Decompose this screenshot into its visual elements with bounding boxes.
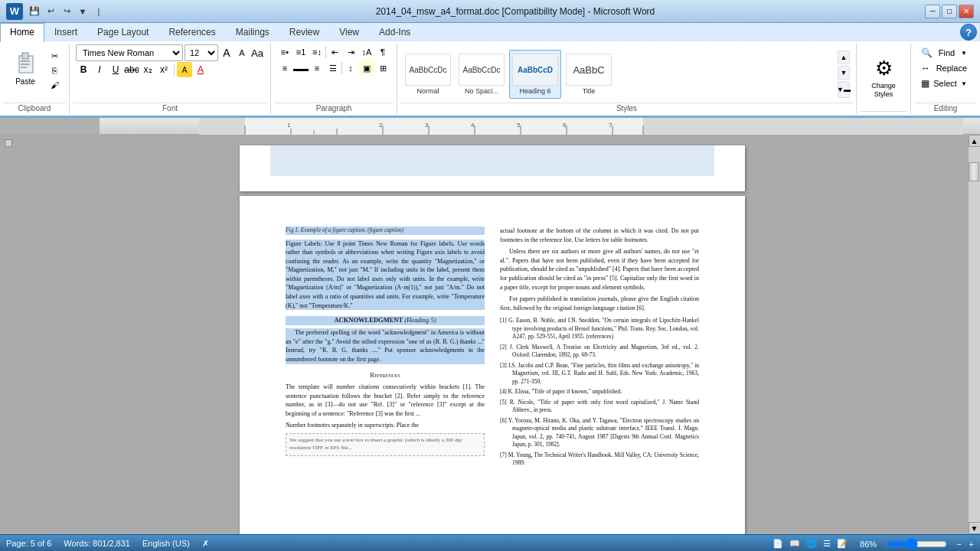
vertical-scrollbar[interactable]: ▲ ▼ [968, 135, 980, 534]
zoom-level: 86% [860, 540, 877, 549]
bullets-button[interactable]: ≡• [277, 44, 292, 60]
style-normal[interactable]: AaBbCcDc Normal [402, 50, 454, 99]
minimize-button[interactable]: ─ [925, 5, 940, 18]
undo-quick-btn[interactable]: ↩ [44, 5, 57, 18]
styles-scroll-arrows: ▲ ▼ ▼▬ [836, 51, 851, 98]
tab-page-layout[interactable]: Page Layout [87, 23, 158, 41]
tab-home[interactable]: Home [0, 23, 44, 42]
sort-button[interactable]: ↕A [359, 44, 374, 60]
right-refs: [1] G. Eason, B. Noble, and I.N. Sneddon… [500, 317, 699, 468]
ack-body-text: The preferred spelling of the word "ackn… [286, 328, 485, 364]
paste-button[interactable]: Paste [6, 46, 44, 89]
underline-button[interactable]: U [108, 62, 123, 77]
view-draft-btn[interactable]: 📝 [837, 539, 848, 549]
separator [325, 46, 326, 58]
zoom-in-icon[interactable]: + [969, 540, 974, 549]
separator [341, 62, 342, 74]
fig-body-text: Figure Labels: Use 8 point Times New Rom… [286, 240, 485, 311]
font-name-select[interactable]: Times New Roman [76, 44, 183, 61]
find-button[interactable]: 🔍 Find ▼ [917, 46, 971, 60]
tab-view[interactable]: View [329, 23, 369, 41]
svg-text:5: 5 [517, 122, 521, 129]
ref-1: [1] G. Eason, B. Noble, and I.N. Sneddon… [500, 317, 699, 341]
scroll-thumb[interactable] [969, 162, 979, 181]
replace-icon: ↔ [921, 63, 930, 73]
clear-format-button[interactable]: Aa [250, 46, 264, 60]
view-outline-btn[interactable]: ☰ [823, 539, 831, 549]
font-size-select[interactable]: 12 [185, 44, 218, 61]
editing-label: Editing [914, 103, 977, 114]
tab-insert[interactable]: Insert [44, 23, 87, 41]
clipboard-group-content: Paste ✂ ⎘ 🖌 [3, 43, 66, 103]
redo-quick-btn[interactable]: ↪ [60, 5, 74, 18]
view-print-btn[interactable]: 📄 [773, 539, 783, 549]
tab-review[interactable]: Review [279, 23, 329, 41]
tab-addins[interactable]: Add-Ins [369, 23, 420, 41]
superscript-button[interactable]: x² [156, 62, 172, 77]
scroll-up-button[interactable]: ▲ [969, 135, 981, 147]
view-web-btn[interactable]: 🌐 [806, 539, 817, 549]
svg-rect-6 [245, 118, 643, 135]
replace-button[interactable]: ↔ Replace [917, 61, 971, 75]
styles-more-button[interactable]: ▼▬ [838, 81, 850, 98]
zoom-slider[interactable] [886, 540, 947, 548]
style-title-preview: AaBbC [566, 54, 612, 86]
svg-text:4: 4 [471, 122, 475, 129]
styles-up-button[interactable]: ▲ [838, 51, 850, 64]
style-no-spacing[interactable]: AaBbCcDc No Spaci... [456, 50, 508, 99]
font-shrink-button[interactable]: A [235, 46, 249, 60]
customize-quick-btn[interactable]: ▼ [76, 5, 90, 18]
bold-button[interactable]: B [76, 62, 91, 77]
select-arrow-icon: ▼ [961, 80, 967, 87]
text-highlight-button[interactable]: A [177, 62, 192, 77]
font-grow-button[interactable]: A [220, 46, 234, 60]
cut-button[interactable]: ✂ [46, 49, 63, 63]
styles-group-content: AaBbCcDc Normal AaBbCcDc No Spaci... [400, 43, 853, 103]
style-title[interactable]: AaBbC Title [563, 50, 615, 99]
two-column-layout: Fig 1. Example of a figure caption. (fig… [286, 227, 699, 470]
tab-references[interactable]: References [158, 23, 225, 41]
increase-indent-button[interactable]: ⇥ [343, 44, 358, 60]
styles-down-button[interactable]: ▼ [838, 66, 850, 80]
styles-group: AaBbCcDc Normal AaBbCcDc No Spaci... [397, 43, 857, 114]
multilevel-button[interactable]: ≡↕ [309, 44, 325, 60]
para-list-row: ≡• ≡1 ≡↕ ⇤ ⇥ ↕A ¶ [277, 44, 390, 60]
help-button[interactable]: ? [960, 24, 977, 41]
close-button[interactable]: ✕ [959, 5, 974, 18]
align-center-button[interactable]: ▬▬ [293, 60, 309, 76]
para-align-row: ≡ ▬▬ ≡ ☰ ↕ ▣ ⊞ [277, 60, 390, 76]
scroll-down-button[interactable]: ▼ [969, 522, 981, 534]
svg-rect-1 [22, 53, 28, 59]
save-quick-btn[interactable]: 💾 [28, 5, 41, 18]
change-styles-button[interactable]: ⚙ ChangeStyles [863, 56, 904, 100]
borders-button[interactable]: ⊞ [375, 60, 390, 76]
format-painter-button[interactable]: 🖌 [46, 78, 63, 92]
paragraph-group-content: ≡• ≡1 ≡↕ ⇤ ⇥ ↕A ¶ ≡ ▬▬ ≡ ☰ ↕ ▣ [274, 43, 394, 103]
numbering-button[interactable]: ≡1 [293, 44, 309, 60]
change-styles-content: ⚙ ChangeStyles [860, 43, 907, 111]
subscript-button[interactable]: x₂ [140, 62, 155, 77]
maximize-button[interactable]: □ [942, 5, 957, 18]
font-color-button[interactable]: A [193, 62, 208, 77]
svg-text:7: 7 [609, 122, 612, 129]
view-full-btn[interactable]: 📖 [789, 539, 800, 549]
align-left-button[interactable]: ≡ [277, 60, 292, 76]
shading-button[interactable]: ▣ [359, 60, 374, 76]
replace-label: Replace [936, 64, 967, 73]
ruler-corner [5, 139, 12, 147]
style-heading6[interactable]: AaBbCcD Heading 6 [509, 50, 561, 99]
line-spacing-button[interactable]: ↕ [343, 60, 358, 76]
italic-button[interactable]: I [92, 62, 107, 77]
strikethrough-button[interactable]: abc [124, 62, 139, 77]
show-formatting-button[interactable]: ¶ [375, 44, 390, 60]
find-label: Find [939, 48, 955, 57]
decrease-indent-button[interactable]: ⇤ [327, 44, 342, 60]
zoom-out-icon[interactable]: − [956, 540, 961, 549]
clipboard-small-btns: ✂ ⎘ 🖌 [46, 46, 63, 92]
align-right-button[interactable]: ≡ [309, 60, 325, 76]
tab-mailings[interactable]: Mailings [226, 23, 279, 41]
copy-button[interactable]: ⎘ [46, 64, 63, 77]
justify-button[interactable]: ☰ [325, 60, 341, 76]
select-button[interactable]: ▦ Select ▼ [917, 77, 971, 90]
ruler-ticks: 1 2 3 4 5 6 7 [199, 118, 963, 135]
